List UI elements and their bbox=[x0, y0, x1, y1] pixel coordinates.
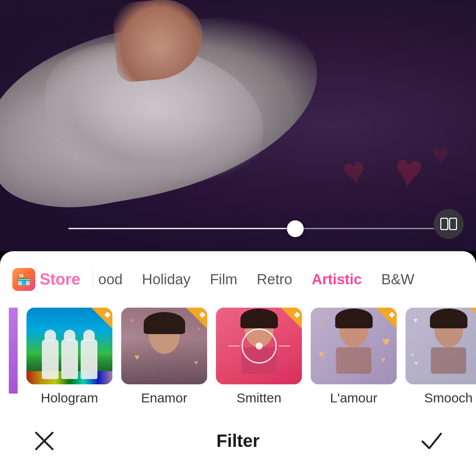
smitten-thumb bbox=[216, 308, 302, 384]
filter-item-partial[interactable] bbox=[9, 308, 18, 405]
filter-item-lamour[interactable]: ♥ ♥ ♥ ♥ L'amour bbox=[311, 308, 397, 405]
photo-area: ♥ ♥ ♥ bbox=[0, 0, 476, 251]
bottom-action-bar: Filter bbox=[0, 414, 476, 476]
store-icon: 🏪 bbox=[12, 268, 35, 291]
photo-overlay bbox=[0, 0, 476, 251]
slider-track[interactable] bbox=[68, 228, 434, 229]
slider-thumb[interactable] bbox=[287, 220, 304, 237]
svg-rect-1 bbox=[450, 218, 457, 230]
intensity-slider-container[interactable] bbox=[68, 228, 434, 229]
lamour-thumb: ♥ ♥ ♥ ♥ bbox=[311, 308, 397, 384]
tab-film[interactable]: Film bbox=[200, 268, 247, 291]
enamor-hearts: ♥ ♥ ♥ ♥ bbox=[121, 308, 207, 384]
compare-button[interactable] bbox=[434, 209, 464, 239]
filter-item-hologram[interactable]: Hologram bbox=[26, 308, 112, 405]
filter-tabs: 🏪 Store ood Holiday Film Retro Artistic … bbox=[0, 251, 476, 303]
tab-ood[interactable]: ood bbox=[97, 268, 132, 291]
filters-row: Hologram ♥ ♥ ♥ ♥ bbox=[0, 303, 476, 414]
bottom-panel: 🏪 Store ood Holiday Film Retro Artistic … bbox=[0, 251, 476, 476]
svg-rect-0 bbox=[441, 218, 448, 230]
confirm-button[interactable] bbox=[414, 423, 450, 458]
store-button[interactable]: 🏪 Store bbox=[9, 264, 89, 294]
enamor-label: Enamor bbox=[141, 390, 187, 405]
filter-item-smitten[interactable]: Smitten bbox=[216, 308, 302, 405]
slider-fill bbox=[68, 228, 295, 229]
cancel-icon bbox=[32, 429, 56, 453]
tab-divider bbox=[93, 271, 93, 288]
filter-item-enamor[interactable]: ♥ ♥ ♥ ♥ Enamor bbox=[121, 308, 207, 405]
photo-background: ♥ ♥ ♥ bbox=[0, 0, 476, 251]
smitten-label: Smitten bbox=[237, 390, 282, 405]
stormtroopers bbox=[42, 339, 97, 384]
trooper-1 bbox=[42, 339, 59, 379]
trooper-3 bbox=[81, 339, 97, 379]
hologram-thumb bbox=[26, 308, 112, 384]
tab-holiday[interactable]: Holiday bbox=[132, 268, 200, 291]
tab-artistic[interactable]: Artistic bbox=[302, 268, 372, 291]
trooper-2 bbox=[61, 339, 78, 379]
enamor-thumb: ♥ ♥ ♥ ♥ bbox=[121, 308, 207, 384]
lamour-label: L'amour bbox=[330, 390, 377, 405]
store-label: Store bbox=[40, 270, 80, 289]
hologram-label: Hologram bbox=[41, 390, 98, 405]
filter-title: Filter bbox=[216, 431, 260, 451]
confirm-icon bbox=[420, 429, 444, 453]
filter-item-smooch[interactable]: ♥ ♥ ♥ ♥ ♥ Smooch bbox=[405, 308, 476, 405]
tab-retro[interactable]: Retro bbox=[247, 268, 302, 291]
cancel-button[interactable] bbox=[26, 423, 62, 458]
tab-bw[interactable]: B&W bbox=[372, 268, 424, 291]
smooch-label: Smooch bbox=[424, 390, 472, 405]
smooch-thumb: ♥ ♥ ♥ ♥ ♥ bbox=[405, 308, 476, 384]
